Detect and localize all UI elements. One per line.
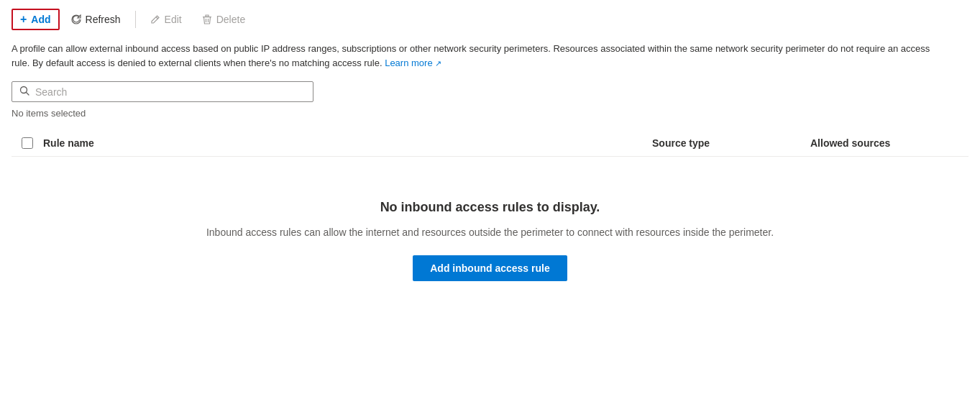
search-icon — [19, 86, 29, 98]
svg-line-4 — [27, 93, 29, 96]
edit-label: Edit — [165, 14, 182, 25]
refresh-icon — [71, 14, 81, 24]
description-body: A profile can allow external inbound acc… — [12, 43, 930, 68]
add-label: Add — [31, 14, 50, 25]
search-box — [12, 81, 313, 102]
edit-icon — [150, 14, 160, 24]
refresh-button[interactable]: Refresh — [63, 9, 129, 29]
checkbox-column — [12, 137, 43, 149]
search-input[interactable] — [35, 86, 306, 98]
external-link-icon: ↗ — [435, 59, 441, 68]
edit-button[interactable]: Edit — [142, 9, 191, 29]
no-items-label: No items selected — [12, 108, 968, 119]
empty-state-title: No inbound access rules to display. — [380, 200, 600, 215]
learn-more-label: Learn more — [385, 58, 432, 68]
delete-button[interactable]: Delete — [193, 9, 254, 29]
add-inbound-rule-label: Add inbound access rule — [430, 262, 549, 274]
allowed-sources-header: Allowed sources — [810, 137, 968, 149]
delete-label: Delete — [216, 14, 245, 25]
learn-more-link[interactable]: Learn more ↗ — [385, 58, 441, 68]
add-button[interactable]: + Add — [12, 9, 60, 30]
select-all-checkbox[interactable] — [22, 137, 33, 149]
toolbar: + Add Refresh Edit Delete — [12, 9, 968, 30]
separator — [135, 11, 136, 28]
empty-state-description: Inbound access rules can allow the inter… — [206, 227, 774, 238]
plus-icon: + — [20, 13, 27, 26]
delete-icon — [202, 14, 212, 24]
refresh-label: Refresh — [86, 14, 121, 25]
empty-state: No inbound access rules to display. Inbo… — [12, 157, 968, 310]
search-container — [12, 81, 968, 102]
add-inbound-rule-button[interactable]: Add inbound access rule — [413, 255, 567, 281]
description-text: A profile can allow external inbound acc… — [12, 42, 946, 70]
rule-name-header: Rule name — [43, 137, 652, 149]
table-header: Rule name Source type Allowed sources — [12, 130, 968, 157]
source-type-header: Source type — [652, 137, 810, 149]
